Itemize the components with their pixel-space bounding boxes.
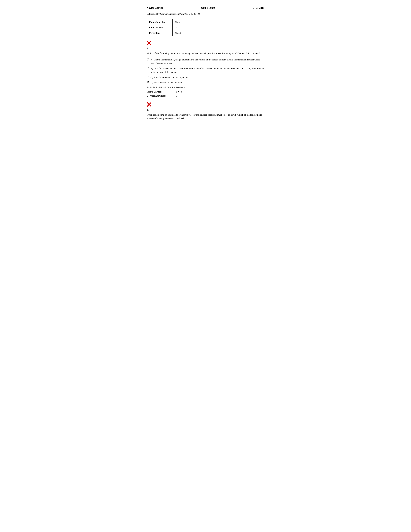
- score-label: Points Awarded: [147, 19, 173, 25]
- option-text: A) On the thumbnail bar, drag a thumbnai…: [150, 58, 264, 65]
- score-label: Points Missed: [147, 25, 173, 30]
- radio-button[interactable]: [147, 81, 149, 83]
- option-text: D) Press Alt+F4 on the keyboard.: [150, 81, 264, 85]
- answer-option: C) Press Windows+C on the keyboard.: [147, 76, 264, 79]
- option-text: B) On a full screen app, tap or mouse ov…: [150, 67, 264, 74]
- questions-container: 1.Which of the following methods is not …: [147, 41, 264, 120]
- option-text: C) Press Windows+C on the keyboard.: [150, 76, 264, 79]
- points-earned-row: Points Earned:0.0/4.0: [147, 90, 264, 93]
- radio-button[interactable]: [147, 67, 149, 69]
- score-value: 48.7%: [173, 30, 184, 36]
- correct-answer-value: C: [176, 95, 177, 97]
- question-number: 2.: [147, 108, 264, 111]
- question-section: 2.When considering an upgrade to Windows…: [147, 102, 264, 120]
- question-text: When considering an upgrade to Windows 8…: [147, 113, 264, 120]
- correct-answer-row: Correct Answer(s):C: [147, 95, 264, 97]
- radio-button[interactable]: [147, 58, 149, 60]
- answer-option: B) On a full screen app, tap or mouse ov…: [147, 67, 264, 74]
- answer-option: D) Press Alt+F4 on the keyboard.: [147, 81, 264, 85]
- question-section: 1.Which of the following methods is not …: [147, 41, 264, 97]
- wrong-icon: [147, 102, 151, 107]
- question-number: 1.: [147, 47, 264, 50]
- feedback-title: Table for Individual Question Feedback: [147, 86, 264, 89]
- question-text: Which of the following methods is not a …: [147, 52, 264, 55]
- points-earned-label: Points Earned:: [147, 90, 176, 93]
- score-label: Percentage: [147, 30, 173, 36]
- answer-option: A) On the thumbnail bar, drag a thumbnai…: [147, 58, 264, 65]
- radio-button[interactable]: [147, 76, 149, 78]
- score-value: 51.33: [173, 25, 184, 30]
- exam-title: Unit 1 Exam: [201, 6, 215, 9]
- score-value: 48.67: [173, 19, 184, 25]
- correct-answer-label: Correct Answer(s):: [147, 95, 176, 97]
- page-header: Xavier Godwin Unit 1 Exam CIST 2411: [147, 6, 264, 9]
- student-name: Xavier Godwin: [147, 6, 163, 9]
- score-table: Points Awarded48.67Points Missed51.33Per…: [147, 19, 184, 36]
- submission-info: Submitted by Godwin, Xavier on 9/2/2015 …: [147, 13, 264, 15]
- course-code: CIST 2411: [253, 6, 264, 9]
- points-earned-value: 0.0/4.0: [176, 90, 182, 93]
- wrong-icon: [147, 41, 151, 46]
